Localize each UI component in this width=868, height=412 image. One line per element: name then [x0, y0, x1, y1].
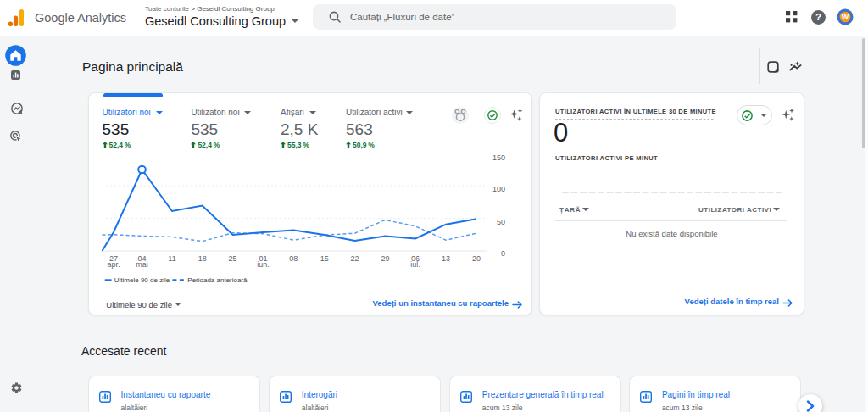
- svg-text:11: 11: [168, 254, 175, 263]
- svg-text:20: 20: [472, 254, 481, 263]
- svg-text:apr.: apr.: [107, 260, 120, 269]
- svg-text:150: 150: [492, 153, 505, 162]
- svg-text:iun.: iun.: [257, 260, 270, 269]
- svg-text:08: 08: [289, 254, 298, 263]
- svg-text:Ultimele 90 de zile: Ultimele 90 de zile: [114, 276, 170, 284]
- svg-text:29: 29: [381, 254, 389, 263]
- svg-text:100: 100: [492, 185, 505, 193]
- svg-text:50: 50: [497, 218, 505, 226]
- svg-text:22: 22: [351, 254, 359, 263]
- svg-text:25: 25: [229, 254, 237, 263]
- svg-text:Perioada anterioară: Perioada anterioară: [187, 276, 248, 284]
- svg-text:W: W: [842, 13, 849, 21]
- svg-text:iul.: iul.: [410, 260, 420, 269]
- svg-text:mai: mai: [136, 260, 148, 269]
- svg-text:0: 0: [501, 249, 505, 258]
- svg-text:15: 15: [320, 254, 329, 263]
- svg-text:18: 18: [198, 254, 207, 263]
- svg-text:13: 13: [442, 254, 450, 263]
